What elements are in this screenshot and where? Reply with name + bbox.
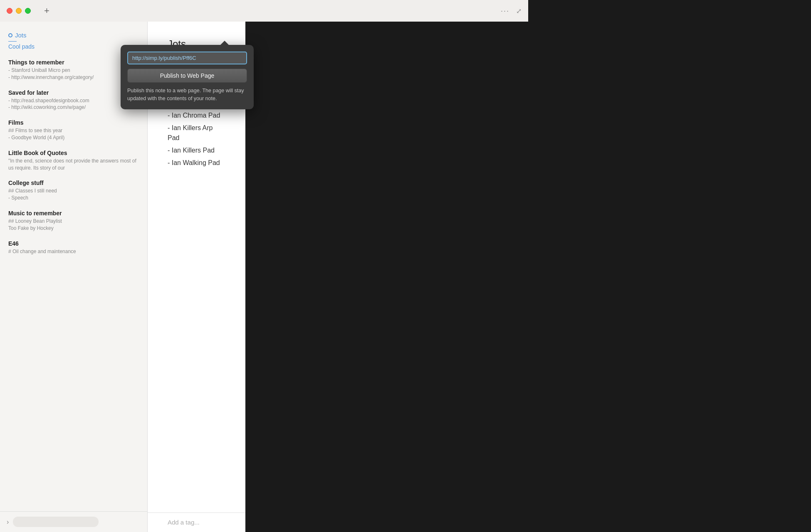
search-wrapper: 🔍 [13,517,141,527]
maximize-button[interactable] [25,8,31,14]
sidebar-item-films[interactable]: Films ## Films to see this year- Goodbye… [0,115,147,145]
note-footer: Add a tag... [148,512,245,532]
sidebar-item-quotes[interactable]: Little Book of Quotes "In the end, scien… [0,145,147,176]
main-content: Jots – Cool pads - Ian Verby Lead - Ian … [148,22,245,532]
close-button[interactable] [7,8,12,14]
sidebar-expand-icon[interactable]: › [7,518,9,526]
active-note-divider [8,41,17,42]
titlebar: + ··· ⤢ [0,0,528,22]
note-preview-films: ## Films to see this year- Goodbye World… [8,127,139,141]
note-title-music: Music to remember [8,210,139,217]
active-dot-icon [8,33,12,37]
publish-url-input[interactable] [127,52,247,64]
active-note-title[interactable]: Jots [15,32,27,39]
sidebar-item-music[interactable]: Music to remember ## Looney Bean Playlis… [0,206,147,236]
search-input[interactable] [13,517,99,527]
right-dark-area [245,22,528,532]
list-item: - Ian Walking Pad [168,158,225,168]
publish-description: Publish this note to a web page. The pag… [127,87,247,103]
sidebar-item-e46[interactable]: E46 # Oil change and maintenance [0,236,147,259]
titlebar-left: + [7,6,49,15]
note-preview-e46: # Oil change and maintenance [8,248,139,255]
sidebar-item-college[interactable]: College stuff ## Classes I still need- S… [0,175,147,206]
minimize-button[interactable] [16,8,22,14]
add-tag-label[interactable]: Add a tag... [168,519,200,526]
titlebar-right: ··· ⤢ [501,7,522,15]
more-options-button[interactable]: ··· [501,7,509,15]
note-title-things: Things to remember [8,59,139,66]
add-note-button[interactable]: + [44,6,49,15]
list-item: - Ian Killers Arp Pad [168,123,225,143]
list-item: - Ian Chroma Pad [168,111,225,121]
note-title-e46: E46 [8,240,139,247]
note-preview-saved: - http://read.shapeofdesignbook.com- htt… [8,97,139,111]
app-container: Jots Cool pads Things to remember - Stan… [0,22,528,532]
note-title-saved: Saved for later [8,89,139,96]
sidebar-bottom: › 🔍 [0,511,147,532]
note-preview-things: - Stanford Uniball Micro pen- http://www… [8,67,139,81]
note-title-college: College stuff [8,180,139,186]
sidebar-active-note[interactable]: Jots [0,28,147,40]
list-item: - Ian Killers Pad [168,145,225,155]
note-preview-college: ## Classes I still need- Speech [8,187,139,202]
publish-popup: Publish to Web Page Publish this note to… [121,45,254,109]
note-preview-quotes: "In the end, science does not provide th… [8,158,139,172]
note-title-films: Films [8,119,139,126]
note-title-quotes: Little Book of Quotes [8,150,139,156]
publish-to-web-button[interactable]: Publish to Web Page [127,69,247,83]
popup-arrow [220,41,229,45]
note-preview-music: ## Looney Bean PlaylistToo Fake by Hocke… [8,218,139,232]
expand-button[interactable]: ⤢ [516,7,522,15]
